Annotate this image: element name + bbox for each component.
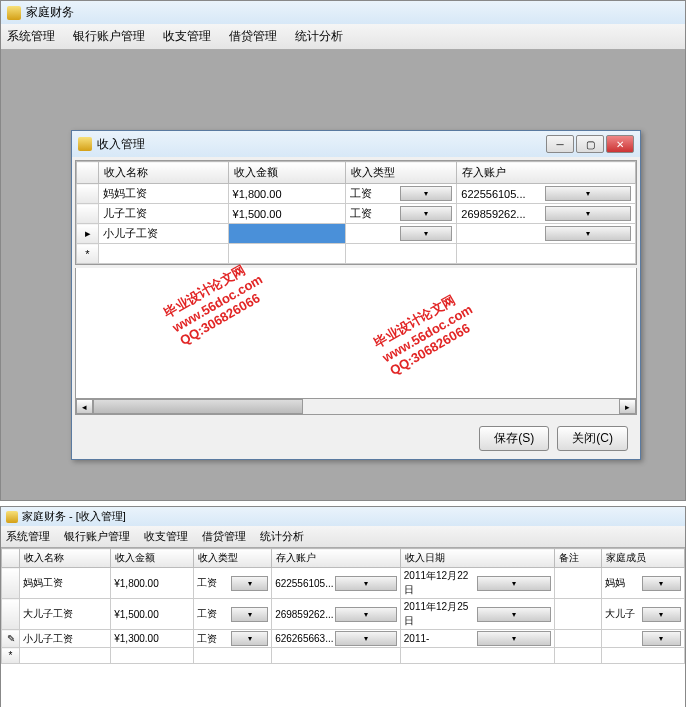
menu-bank[interactable]: 银行账户管理 <box>73 28 145 45</box>
second-menubar: 系统管理 银行账户管理 收支管理 借贷管理 统计分析 <box>1 526 685 548</box>
close-dialog-button[interactable]: 关闭(C) <box>557 426 628 451</box>
grid-empty-area: 毕业设计论文网 www.56doc.com QQ:306826066 毕业设计论… <box>75 268 637 398</box>
menu-bank[interactable]: 银行账户管理 <box>64 529 130 544</box>
income-dialog: 收入管理 ─ ▢ ✕ 收入名称 收入金额 收入类型 存入账户 <box>71 130 641 460</box>
menu-income-expense[interactable]: 收支管理 <box>163 28 211 45</box>
chevron-down-icon[interactable]: ▾ <box>642 631 681 646</box>
edit-row-icon: ✎ <box>2 630 20 648</box>
menu-stats[interactable]: 统计分析 <box>295 28 343 45</box>
col-amount[interactable]: 收入金额 <box>228 162 345 184</box>
new-row-icon: * <box>77 244 99 264</box>
maximize-button[interactable]: ▢ <box>576 135 604 153</box>
chevron-down-icon[interactable]: ▾ <box>231 607 268 622</box>
menu-loan[interactable]: 借贷管理 <box>229 28 277 45</box>
dialog-title: 收入管理 <box>97 136 145 153</box>
cell-account[interactable]: 622556105...▾ <box>457 184 636 204</box>
watermark: 毕业设计论文网 www.56doc.com QQ:306826066 <box>161 256 273 348</box>
col-type[interactable]: 收入类型 <box>193 549 271 568</box>
second-window: 家庭财务 - [收入管理] 系统管理 银行账户管理 收支管理 借贷管理 统计分析… <box>0 506 686 707</box>
scroll-thumb[interactable] <box>93 399 303 414</box>
second-title: 家庭财务 - [收入管理] <box>22 509 126 524</box>
col-type[interactable]: 收入类型 <box>345 162 456 184</box>
col-account[interactable]: 存入账户 <box>272 549 401 568</box>
close-button[interactable]: ✕ <box>606 135 634 153</box>
dialog-controls: ─ ▢ ✕ <box>546 135 634 153</box>
chevron-down-icon[interactable]: ▾ <box>545 186 631 201</box>
grid-header: 收入名称 收入金额 收入类型 存入账户 <box>77 162 636 184</box>
income-grid: 收入名称 收入金额 收入类型 存入账户 妈妈工资 ¥1,800.00 工资▾ 6… <box>75 160 637 265</box>
cell-amount[interactable]: ¥1,800.00 <box>228 184 345 204</box>
cell-name[interactable]: 儿子工资 <box>99 204 229 224</box>
new-row-icon: * <box>2 648 20 664</box>
grid-row-editing[interactable]: ▸ 小儿子工资 ▾ ▾ <box>77 224 636 244</box>
col-name[interactable]: 收入名称 <box>20 549 111 568</box>
menu-system[interactable]: 系统管理 <box>7 28 55 45</box>
grid-new-row[interactable]: * <box>77 244 636 264</box>
chevron-down-icon[interactable]: ▾ <box>477 576 552 591</box>
horizontal-scrollbar[interactable]: ◂ ▸ <box>75 398 637 415</box>
chevron-down-icon[interactable]: ▾ <box>231 631 268 646</box>
menu-loan[interactable]: 借贷管理 <box>202 529 246 544</box>
app-icon <box>7 6 21 20</box>
cell-type[interactable]: 工资▾ <box>345 184 456 204</box>
grid-row[interactable]: 大儿子工资 ¥1,500.00 工资▾ 269859262...▾ 2011年1… <box>2 599 685 630</box>
chevron-down-icon[interactable]: ▾ <box>545 206 631 221</box>
chevron-down-icon[interactable]: ▾ <box>545 226 631 241</box>
scroll-left-icon[interactable]: ◂ <box>76 399 93 414</box>
grid-empty-area <box>1 664 685 707</box>
main-menubar: 系统管理 银行账户管理 收支管理 借贷管理 统计分析 <box>1 24 685 50</box>
watermark: 毕业设计论文网 www.56doc.com QQ:306826066 <box>371 286 483 378</box>
menu-system[interactable]: 系统管理 <box>6 529 50 544</box>
chevron-down-icon[interactable]: ▾ <box>477 607 552 622</box>
cell-name[interactable]: 妈妈工资 <box>99 184 229 204</box>
chevron-down-icon[interactable]: ▾ <box>400 206 452 221</box>
dialog-titlebar[interactable]: 收入管理 ─ ▢ ✕ <box>72 131 640 157</box>
cell-account[interactable]: ▾ <box>457 224 636 244</box>
app-title: 家庭财务 <box>26 4 74 21</box>
cell-type[interactable]: ▾ <box>345 224 456 244</box>
grid-row[interactable]: 儿子工资 ¥1,500.00 工资▾ 269859262...▾ <box>77 204 636 224</box>
chevron-down-icon[interactable]: ▾ <box>400 186 452 201</box>
chevron-down-icon[interactable]: ▾ <box>335 607 397 622</box>
app-icon <box>6 511 18 523</box>
chevron-down-icon[interactable]: ▾ <box>642 576 681 591</box>
dialog-icon <box>78 137 92 151</box>
chevron-down-icon[interactable]: ▾ <box>335 631 397 646</box>
row-indicator-icon: ▸ <box>77 224 99 244</box>
chevron-down-icon[interactable]: ▾ <box>477 631 552 646</box>
menu-stats[interactable]: 统计分析 <box>260 529 304 544</box>
col-member[interactable]: 家庭成员 <box>601 549 684 568</box>
grid-row[interactable]: 妈妈工资 ¥1,800.00 工资▾ 622556105...▾ 2011年12… <box>2 568 685 599</box>
minimize-button[interactable]: ─ <box>546 135 574 153</box>
col-date[interactable]: 收入日期 <box>400 549 554 568</box>
menu-income-expense[interactable]: 收支管理 <box>144 529 188 544</box>
second-titlebar[interactable]: 家庭财务 - [收入管理] <box>1 507 685 526</box>
chevron-down-icon[interactable]: ▾ <box>335 576 397 591</box>
cell-amount-selected[interactable] <box>228 224 345 244</box>
dialog-buttons: 保存(S) 关闭(C) <box>72 418 640 459</box>
main-window: 家庭财务 系统管理 银行账户管理 收支管理 借贷管理 统计分析 收入管理 ─ ▢… <box>0 0 686 501</box>
chevron-down-icon[interactable]: ▾ <box>231 576 268 591</box>
col-name[interactable]: 收入名称 <box>99 162 229 184</box>
save-button[interactable]: 保存(S) <box>479 426 549 451</box>
col-account[interactable]: 存入账户 <box>457 162 636 184</box>
cell-type[interactable]: 工资▾ <box>345 204 456 224</box>
grid-row-editing[interactable]: ✎ 小儿子工资 ¥1,300.00 工资▾ 626265663...▾ 2011… <box>2 630 685 648</box>
grid-row[interactable]: 妈妈工资 ¥1,800.00 工资▾ 622556105...▾ <box>77 184 636 204</box>
scroll-right-icon[interactable]: ▸ <box>619 399 636 414</box>
cell-name[interactable]: 小儿子工资 <box>99 224 229 244</box>
chevron-down-icon[interactable]: ▾ <box>642 607 681 622</box>
col-amount[interactable]: 收入金额 <box>111 549 193 568</box>
income-grid-full: 收入名称 收入金额 收入类型 存入账户 收入日期 备注 家庭成员 妈妈工资 ¥1… <box>1 548 685 664</box>
cell-amount[interactable]: ¥1,500.00 <box>228 204 345 224</box>
cell-account[interactable]: 269859262...▾ <box>457 204 636 224</box>
col-note[interactable]: 备注 <box>555 549 601 568</box>
mdi-workspace: 收入管理 ─ ▢ ✕ 收入名称 收入金额 收入类型 存入账户 <box>1 50 685 500</box>
grid-new-row[interactable]: * <box>2 648 685 664</box>
chevron-down-icon[interactable]: ▾ <box>400 226 452 241</box>
main-titlebar[interactable]: 家庭财务 <box>1 1 685 24</box>
